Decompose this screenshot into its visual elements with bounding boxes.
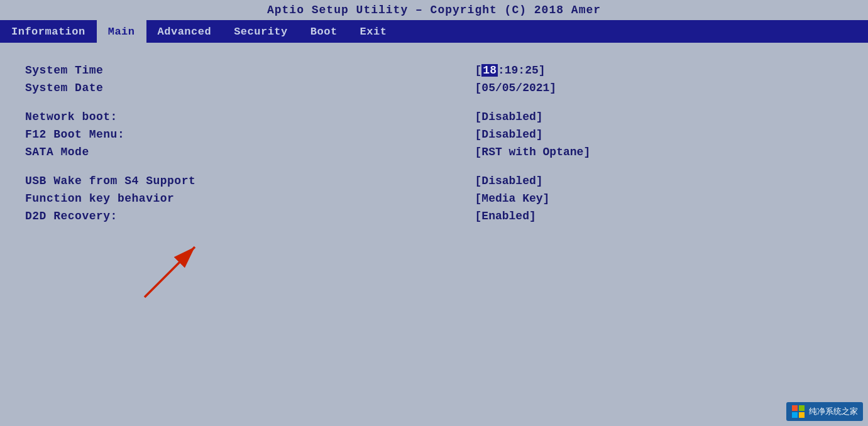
function-key-label: Function key behavior xyxy=(25,192,475,205)
sata-mode-label: SATA Mode xyxy=(25,146,475,158)
system-date-value[interactable]: [05/05/2021] xyxy=(475,82,843,94)
svg-line-1 xyxy=(145,247,195,297)
annotation-arrow xyxy=(126,228,226,303)
network-boot-label: Network boot: xyxy=(25,111,475,123)
spacer-2 xyxy=(25,161,843,172)
main-content: System Time [18:19:25] System Date [05/0… xyxy=(0,43,868,244)
setting-row-f12-boot: F12 Boot Menu: [Disabled] xyxy=(25,126,843,143)
nav-item-main[interactable]: Main xyxy=(97,20,146,43)
watermark-text: 纯净系统之家 xyxy=(809,406,858,417)
nav-item-advanced[interactable]: Advanced xyxy=(146,20,223,43)
svg-rect-5 xyxy=(799,412,805,418)
nav-item-information[interactable]: Information xyxy=(0,20,97,43)
d2d-recovery-label: D2D Recovery: xyxy=(25,210,475,222)
watermark: 纯净系统之家 xyxy=(786,402,863,421)
nav-item-boot[interactable]: Boot xyxy=(299,20,349,43)
svg-rect-2 xyxy=(792,405,798,411)
setting-row-d2d-recovery: D2D Recovery: [Enabled] xyxy=(25,207,843,225)
svg-rect-4 xyxy=(792,412,798,418)
usb-wake-value[interactable]: [Disabled] xyxy=(475,175,843,187)
setting-row-system-time: System Time [18:19:25] xyxy=(25,62,843,79)
sata-mode-value[interactable]: [RST with Optane] xyxy=(475,146,843,158)
windows-icon xyxy=(791,405,805,418)
setting-row-usb-wake: USB Wake from S4 Support [Disabled] xyxy=(25,172,843,190)
nav-bar: Information Main Advanced Security Boot … xyxy=(0,20,868,43)
spacer-1 xyxy=(25,97,843,108)
system-time-value[interactable]: [18:19:25] xyxy=(475,64,843,77)
system-time-label: System Time xyxy=(25,64,475,77)
usb-wake-label: USB Wake from S4 Support xyxy=(25,175,475,187)
setting-row-network-boot: Network boot: [Disabled] xyxy=(25,108,843,126)
svg-rect-3 xyxy=(799,405,805,411)
nav-item-exit[interactable]: Exit xyxy=(349,20,398,43)
f12-boot-label: F12 Boot Menu: xyxy=(25,128,475,141)
f12-boot-value[interactable]: [Disabled] xyxy=(475,128,843,141)
system-date-label: System Date xyxy=(25,82,475,94)
nav-item-security[interactable]: Security xyxy=(222,20,299,43)
network-boot-value[interactable]: [Disabled] xyxy=(475,111,843,123)
setting-row-sata-mode: SATA Mode [RST with Optane] xyxy=(25,143,843,161)
system-time-highlight: 18 xyxy=(481,64,498,77)
title-bar: Aptio Setup Utility – Copyright (C) 2018… xyxy=(0,0,868,20)
setting-row-function-key: Function key behavior [Media Key] xyxy=(25,190,843,207)
setting-row-system-date: System Date [05/05/2021] xyxy=(25,79,843,97)
function-key-value[interactable]: [Media Key] xyxy=(475,192,843,205)
d2d-recovery-value[interactable]: [Enabled] xyxy=(475,210,843,222)
